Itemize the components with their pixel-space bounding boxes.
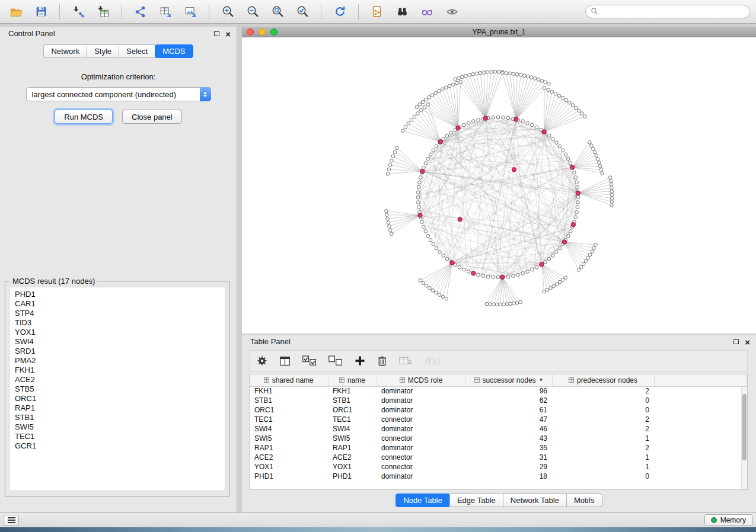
tab-mcds[interactable]: MCDS — [155, 44, 193, 58]
column-header-mcds-role[interactable]: MCDS role — [377, 374, 465, 386]
column-header-filler — [654, 374, 747, 386]
table-row[interactable]: FKH1FKH1dominator962 — [250, 386, 747, 396]
zoom-selected-icon[interactable] — [292, 3, 312, 21]
toolbar-separator — [358, 4, 359, 20]
tab-style[interactable]: Style — [87, 44, 119, 58]
mcds-result-item[interactable]: STB1 — [15, 413, 225, 422]
selected-option-label: largest connected component (undirected) — [27, 90, 200, 99]
tab-network[interactable]: Network — [43, 44, 87, 58]
close-icon[interactable]: × — [225, 30, 231, 39]
control-panel-tabbar: Network Style Select MCDS — [0, 44, 237, 58]
mcds-result-item[interactable]: RAP1 — [15, 403, 225, 413]
select-all-rows-icon[interactable] — [302, 355, 317, 366]
float-window-icon[interactable] — [214, 31, 219, 36]
memory-button[interactable]: Memory — [704, 514, 752, 526]
tab-network-table[interactable]: Network Table — [503, 493, 567, 507]
node-table-container: shared name name MCDS role successor nod… — [249, 374, 748, 490]
column-type-icon — [569, 377, 574, 383]
table-row[interactable]: ORC1ORC1dominator610 — [250, 405, 747, 415]
search-input[interactable] — [601, 8, 745, 16]
network-window: YPA_prune.txt_1 — [242, 27, 756, 334]
float-window-icon[interactable] — [733, 339, 739, 344]
table-settings-gear-icon[interactable] — [257, 355, 267, 366]
zoom-out-icon[interactable] — [243, 3, 263, 21]
mcds-result-item[interactable]: YOX1 — [15, 328, 225, 337]
optimization-criterion-label: Optimization criterion: — [0, 72, 237, 81]
mcds-result-list[interactable]: PHD1CAR1STP4TID3YOX1SWI4SRD1PMA2FKH1ACE2… — [9, 287, 225, 491]
tab-motifs[interactable]: Motifs — [566, 493, 602, 507]
mcds-result-item[interactable]: TID3 — [15, 318, 225, 328]
search-binoculars-icon[interactable] — [392, 3, 412, 21]
table-panel-title: Table Panel — [250, 337, 291, 346]
mcds-result-item[interactable]: PMA2 — [15, 356, 225, 366]
mcds-result-group: MCDS result (17 nodes) PHD1CAR1STP4TID3Y… — [5, 277, 229, 496]
table-row[interactable]: STB1STB1dominator620 — [250, 396, 747, 405]
maximize-window-icon[interactable] — [270, 28, 277, 36]
tab-edge-table[interactable]: Edge Table — [449, 493, 503, 507]
column-header-successor-nodes[interactable]: successor nodes ▼ — [465, 374, 552, 386]
share-network-icon[interactable] — [130, 3, 151, 21]
mcds-result-item[interactable]: ORC1 — [15, 394, 225, 403]
close-window-icon[interactable] — [247, 28, 254, 36]
add-column-icon[interactable] — [355, 355, 365, 366]
hide-glasses-icon[interactable] — [417, 3, 437, 21]
table-row[interactable]: SWI5SWI5connector431 — [250, 434, 747, 443]
tab-select[interactable]: Select — [119, 44, 155, 58]
minimize-window-icon[interactable] — [259, 28, 266, 36]
node-table: shared name name MCDS role successor nod… — [250, 374, 747, 481]
network-canvas[interactable] — [242, 37, 756, 334]
table-row[interactable]: ACE2ACE2connector311 — [250, 453, 747, 462]
mcds-result-item[interactable]: TEC1 — [15, 432, 225, 441]
mcds-result-item[interactable]: STB5 — [15, 384, 225, 394]
mcds-result-item[interactable]: PHD1 — [15, 290, 225, 299]
sort-chevron-down-icon: ▼ — [539, 377, 544, 383]
table-scrollbar-thumb[interactable] — [742, 394, 747, 460]
column-type-icon — [264, 377, 269, 383]
export-table-icon[interactable] — [155, 3, 176, 21]
toolbar-separator — [321, 4, 321, 20]
toolbar-separator — [209, 4, 209, 20]
tab-node-table[interactable]: Node Table — [395, 493, 450, 507]
column-header-name[interactable]: name — [328, 374, 377, 386]
close-icon[interactable]: × — [745, 338, 750, 347]
delete-column-trash-icon[interactable] — [377, 355, 387, 366]
refresh-icon[interactable] — [330, 3, 350, 21]
table-scrollbar[interactable] — [741, 387, 747, 489]
table-toolbar: f(x) — [249, 350, 748, 371]
column-header-predecessor-nodes[interactable]: predecessor nodes — [552, 374, 654, 386]
import-table-icon[interactable] — [93, 3, 113, 21]
column-header-shared-name[interactable]: shared name — [250, 374, 328, 386]
table-row[interactable]: YOX1YOX1connector291 — [250, 462, 747, 472]
import-network-icon[interactable] — [68, 3, 88, 21]
mcds-result-item[interactable]: GCR1 — [15, 441, 225, 451]
status-menu-button[interactable] — [4, 515, 19, 526]
mcds-result-item[interactable]: STP4 — [15, 309, 225, 318]
zoom-fit-icon[interactable] — [267, 3, 288, 21]
show-columns-icon[interactable] — [279, 356, 291, 366]
deselect-all-rows-icon[interactable] — [328, 355, 343, 366]
mcds-result-item[interactable]: ACE2 — [15, 375, 225, 384]
optimization-criterion-select[interactable]: largest connected component (undirected) — [26, 87, 211, 101]
control-panel-header: Control Panel × — [0, 27, 237, 41]
table-row[interactable]: SWI4SWI4dominator462 — [250, 424, 747, 434]
mcds-result-item[interactable]: FKH1 — [15, 366, 225, 375]
column-type-icon — [339, 377, 344, 383]
search-icon — [591, 7, 598, 17]
hamburger-icon — [8, 517, 15, 523]
table-row[interactable]: RAP1RAP1dominator352 — [250, 443, 747, 453]
document-share-icon[interactable] — [367, 3, 387, 21]
close-panel-button[interactable]: Close panel — [122, 110, 182, 124]
open-folder-icon[interactable] — [6, 3, 26, 21]
mcds-result-item[interactable]: SWI4 — [15, 337, 225, 347]
export-image-icon[interactable] — [180, 3, 200, 21]
table-row[interactable]: PHD1PHD1dominator180 — [250, 472, 747, 481]
run-mcds-button[interactable]: Run MCDS — [55, 110, 113, 124]
mcds-result-item[interactable]: SRD1 — [15, 347, 225, 356]
show-eye-icon[interactable] — [442, 3, 462, 21]
mcds-result-item[interactable]: CAR1 — [15, 299, 225, 309]
table-row[interactable]: TEC1TEC1connector472 — [250, 415, 747, 424]
zoom-in-icon[interactable] — [218, 3, 238, 21]
network-window-title: YPA_prune.txt_1 — [473, 28, 526, 36]
mcds-result-item[interactable]: SWI5 — [15, 422, 225, 432]
save-icon[interactable] — [31, 3, 51, 21]
